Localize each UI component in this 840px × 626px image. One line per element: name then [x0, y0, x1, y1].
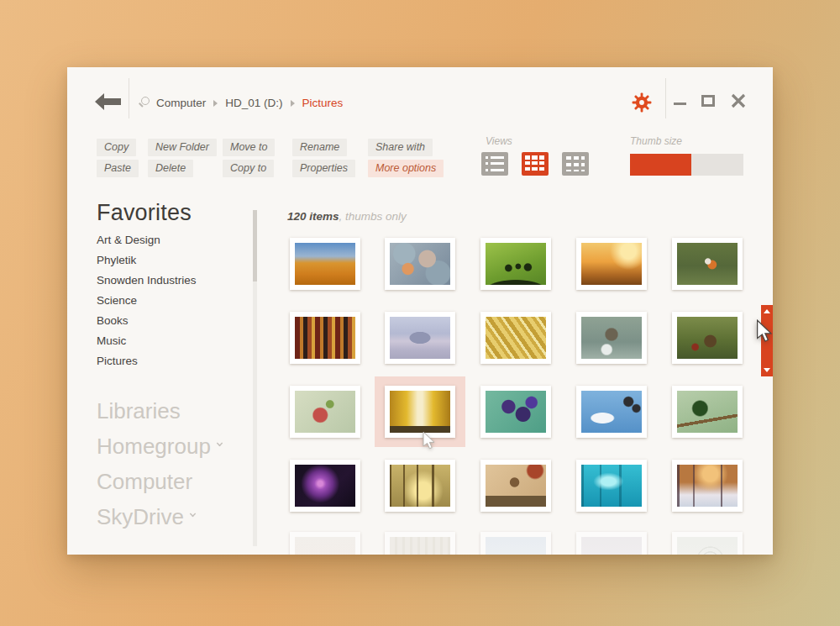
thumbnail-misty-mountain-lake[interactable] — [385, 312, 455, 364]
thumbnail-image — [677, 243, 738, 285]
status-note: , thumbs only — [339, 210, 407, 223]
thumbnail-image — [486, 537, 546, 555]
thumbnail-autumn-avenue[interactable] — [385, 386, 455, 438]
scroll-down-icon[interactable] — [764, 368, 770, 372]
sidebar-item-snowden-industries[interactable]: Snowden Industries — [97, 271, 197, 291]
toolbar-group-clipboard: Copy Paste — [97, 139, 139, 177]
chevron-down-icon — [217, 440, 223, 446]
sidebar-section-libraries[interactable]: Libraries — [97, 393, 223, 429]
thumbnail-image — [295, 243, 355, 285]
toolbar-group-move: Move to Copy to — [223, 139, 275, 177]
sidebar-section-homegroup[interactable]: Homegroup — [97, 429, 223, 464]
minimize-button[interactable] — [674, 103, 686, 105]
thumbnail-image — [581, 243, 642, 285]
thumbnail-indian-corn[interactable] — [290, 312, 360, 364]
sidebar-item-books[interactable]: Books — [97, 311, 197, 331]
thumbnail-image — [677, 317, 738, 359]
thumbnail-teal-forest[interactable] — [576, 460, 647, 512]
views-label: Views — [486, 135, 512, 147]
content-scrollbar-thumb[interactable] — [761, 305, 773, 376]
status-line: 120 items, thumbs only — [287, 210, 407, 223]
thumbnail-seal-in-water[interactable] — [576, 312, 647, 364]
thumbnail-sunset-islands[interactable] — [576, 238, 647, 290]
thumbnail-image — [581, 537, 642, 555]
favorites-list: Art & Design Phyletik Snowden Industries… — [97, 230, 197, 371]
sidebar-item-art-design[interactable]: Art & Design — [97, 230, 197, 250]
thumbnail-image — [486, 465, 546, 507]
move-to-button[interactable]: Move to — [223, 139, 275, 156]
breadcrumb-drive[interactable]: HD_01 (D:) — [225, 97, 282, 109]
toolbar-group-new: New Folder Delete — [148, 139, 217, 177]
titlebar-divider — [129, 78, 129, 118]
sidebar-section-skydrive[interactable]: SkyDrive — [97, 499, 223, 534]
sidebar-item-phyletik[interactable]: Phyletik — [97, 250, 197, 271]
thumbnail-mandarin-duck[interactable] — [672, 238, 743, 290]
thumbnail-apple-branch[interactable] — [290, 386, 360, 438]
scroll-up-icon[interactable] — [764, 309, 770, 313]
file-explorer-window: Computer HD_01 (D:) Pictures Copy Paste — [67, 67, 773, 555]
maximize-button[interactable] — [701, 95, 715, 107]
thumbnail-image — [390, 391, 450, 433]
thumbnail-beach-pebbles[interactable] — [385, 238, 455, 290]
sidebar-scrollbar-thumb[interactable] — [253, 210, 257, 281]
thumb-size-slider-fill[interactable] — [630, 154, 691, 176]
settings-gear-icon[interactable] — [632, 92, 652, 113]
thumbnail-sunrise-forest-mist[interactable] — [385, 460, 455, 512]
delete-button[interactable]: Delete — [148, 160, 193, 177]
close-button[interactable] — [731, 93, 746, 108]
thumbnail-image — [295, 391, 355, 433]
copy-button[interactable]: Copy — [97, 139, 136, 156]
rename-button[interactable]: Rename — [292, 139, 347, 156]
sidebar-favorites-title[interactable]: Favorites — [97, 200, 192, 226]
thumbnail-orchard-harvest[interactable] — [672, 312, 743, 364]
window-controls — [674, 92, 758, 114]
thumbnail-image — [581, 465, 642, 507]
sidebar-item-pictures[interactable]: Pictures — [97, 351, 197, 371]
thumbnail-mist-faded[interactable] — [576, 532, 647, 555]
small-grid-view-icon[interactable] — [562, 152, 589, 176]
thumbnail-image — [295, 465, 355, 507]
search-icon[interactable] — [141, 97, 150, 105]
thumbnail-image — [486, 391, 546, 433]
sidebar-scrollbar-track[interactable] — [253, 210, 257, 546]
thumbnail-winter-forest-path[interactable] — [672, 460, 743, 512]
more-options-button[interactable]: More options — [368, 160, 444, 177]
thumbnail-image — [295, 537, 355, 555]
paste-button[interactable]: Paste — [97, 160, 139, 177]
thumbnail-green-bird-branch[interactable] — [672, 386, 743, 438]
copy-to-button[interactable]: Copy to — [223, 160, 274, 177]
grid-view-icon[interactable] — [522, 152, 549, 176]
thumbnail-sky-seed-pods[interactable] — [576, 386, 647, 438]
thumb-size-slider-track[interactable] — [691, 154, 743, 176]
sidebar-section-computer[interactable]: Computer — [97, 464, 223, 499]
sidebar-item-music[interactable]: Music — [97, 331, 197, 351]
thumbnail-pale-sky-faded[interactable] — [480, 532, 551, 555]
thumb-size-slider[interactable] — [630, 154, 743, 176]
thumbnail-birch-faded[interactable] — [385, 532, 455, 555]
thumbnail-grape-vines[interactable] — [480, 386, 551, 438]
thumb-size-label: Thumb size — [630, 135, 682, 147]
thumbnail-image — [677, 465, 738, 507]
sidebar-sections: Libraries Homegroup Computer SkyDrive — [97, 393, 223, 534]
thumbnail-golden-straw[interactable] — [480, 312, 551, 364]
thumbnail-sparrow-on-branch[interactable] — [480, 460, 551, 512]
toolbar-group-share: Share with More options — [368, 139, 444, 177]
breadcrumb-computer[interactable]: Computer — [156, 97, 206, 109]
thumbnail-image — [390, 317, 450, 359]
sidebar-item-science[interactable]: Science — [97, 291, 197, 311]
thumbnail-image — [295, 317, 355, 359]
new-folder-button[interactable]: New Folder — [148, 139, 217, 156]
thumbnail-image — [486, 317, 546, 359]
breadcrumb-pictures[interactable]: Pictures — [302, 97, 344, 109]
thumbnail-water-ripple-faded[interactable] — [672, 532, 743, 555]
share-with-button[interactable]: Share with — [368, 139, 433, 156]
thumbnail-wheat-field[interactable] — [290, 238, 360, 290]
list-view-icon[interactable] — [481, 152, 508, 176]
properties-button[interactable]: Properties — [292, 160, 355, 177]
thumbnail-bird-silhouettes[interactable] — [480, 238, 551, 290]
back-button[interactable] — [95, 93, 121, 110]
thumbnail-image — [581, 317, 642, 359]
thumbnail-flamingos-faded[interactable] — [290, 532, 360, 555]
thumbnail-image — [581, 391, 642, 433]
thumbnail-purple-nebula[interactable] — [290, 460, 360, 512]
